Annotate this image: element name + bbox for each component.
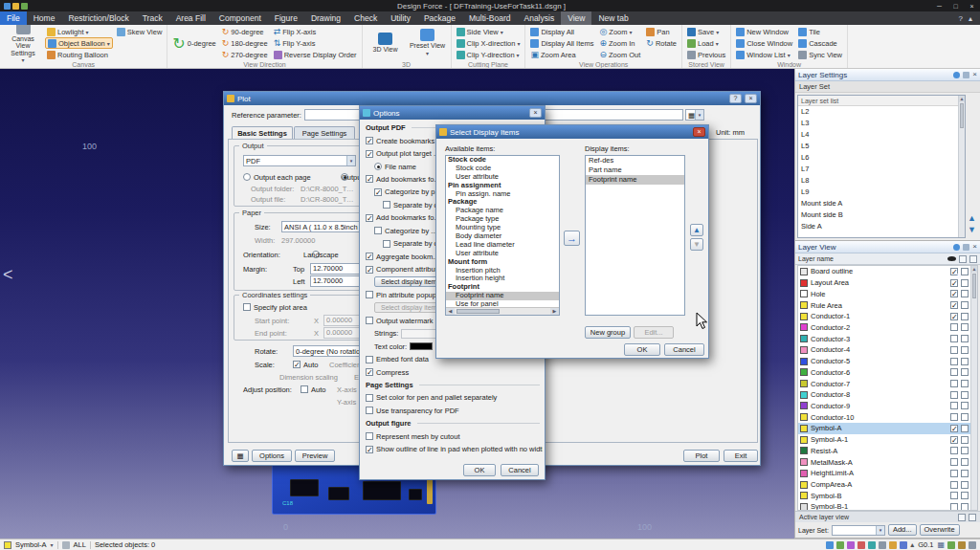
layer-set-dropdown[interactable]: ▾ [832, 525, 885, 536]
layer-set-item-l8[interactable]: L8 [798, 175, 958, 187]
available-item-footprint-name[interactable]: Footprint name [446, 292, 559, 300]
layer-display-checkbox[interactable] [950, 380, 958, 387]
layer-set-item-l6[interactable]: L6 [798, 152, 958, 164]
sdi-cancel-button[interactable]: Cancel [664, 343, 704, 356]
layer-detail-checkbox[interactable] [961, 391, 969, 399]
selection-scope[interactable]: ALL [74, 540, 86, 549]
menu-tab-utility[interactable]: Utility [384, 11, 417, 25]
specify-plot-area-checkbox[interactable] [243, 303, 251, 311]
ribbon-button-skew-view[interactable]: Skew View [115, 26, 165, 37]
layer-row-metalmask-a[interactable]: MetalMask-A [798, 456, 970, 468]
layer-display-checkbox[interactable] [950, 391, 958, 399]
panel-pin-icon[interactable] [963, 244, 969, 251]
tab-basic-settings[interactable]: Basic Settings [232, 126, 293, 139]
layer-detail-checkbox[interactable] [961, 413, 969, 421]
available-item-body-diameter[interactable]: Body diameter [446, 232, 559, 241]
checkbox-create-bookmarks[interactable]: ✓ [366, 137, 373, 144]
available-item-pin-assignment[interactable]: Pin assignment [446, 182, 559, 190]
layer-set-item-mount-side-b[interactable]: Mount side B [798, 209, 958, 221]
available-item-insertion-pitch[interactable]: Insertion pitch [446, 267, 559, 275]
ribbon-button-zoom[interactable]: ◎Zoom▾ [597, 26, 642, 37]
layer-detail-checkbox[interactable] [961, 358, 969, 365]
layer-row-conductor-2[interactable]: Conductor-2 [798, 322, 970, 334]
layer-set-list[interactable]: Layer set list L2L3L4L5L6L7L8L9Mount sid… [797, 95, 966, 238]
pick-filter-icon[interactable] [836, 541, 844, 549]
menu-tab-figure[interactable]: Figure [268, 11, 304, 25]
margin-top-input[interactable]: 12.70000 [310, 263, 360, 275]
ribbon-button-side-view[interactable]: Side View▾ [455, 26, 523, 37]
menu-tab-home[interactable]: Home [27, 11, 62, 25]
ribbon-button-zoom-area[interactable]: ▣Zoom Area [528, 49, 595, 60]
options-close-button[interactable]: × [529, 108, 542, 118]
available-item-lead-line-diameter[interactable]: Lead line diameter [446, 241, 559, 250]
output-format-select[interactable]: PDF▾ [243, 155, 356, 166]
plot-button[interactable]: Plot [683, 450, 720, 462]
layer-display-checkbox[interactable] [950, 470, 958, 477]
layer-detail-checkbox[interactable] [961, 447, 969, 454]
layer-detail-checkbox[interactable] [961, 323, 969, 331]
ribbon-button-new-window[interactable]: New Window [734, 26, 794, 37]
layer-detail-checkbox[interactable] [961, 458, 969, 466]
layer-display-checkbox[interactable]: ✓ [950, 425, 958, 432]
available-item-pin-assign-name[interactable]: Pin assign. name [446, 190, 559, 199]
maximize-button[interactable]: □ [947, 3, 964, 10]
layer-row-conductor-8[interactable]: Conductor-8 [798, 389, 970, 401]
layer-set-item-mount-side-a[interactable]: Mount side A [798, 198, 958, 209]
layer-display-checkbox[interactable] [950, 323, 958, 331]
ribbon-button-90-degree[interactable]: ↻90-degree [220, 26, 270, 37]
layer-display-checkbox[interactable]: ✓ [950, 301, 958, 309]
menu-tab-new-tab[interactable]: New tab [591, 11, 635, 25]
layer-row-conductor-1[interactable]: Conductor-1✓ [798, 311, 970, 322]
available-item-package-name[interactable]: Package name [446, 207, 559, 215]
scroll-thumb[interactable] [457, 309, 500, 314]
panel-collapse-arrow[interactable]: > [955, 270, 962, 283]
layer-detail-checkbox[interactable] [961, 279, 969, 287]
menu-tab-component[interactable]: Component [212, 11, 268, 25]
scroll-left-icon[interactable]: ◀ [446, 308, 455, 315]
ortho-icon[interactable] [958, 541, 966, 549]
settings-icon[interactable] [969, 514, 976, 521]
ribbon-button-lowlight[interactable]: Lowlight▾ [45, 26, 113, 37]
layer-row-board-outline[interactable]: Board outline✓ [798, 266, 970, 277]
ribbon-button-object-balloon[interactable]: Object Balloon▾ [45, 37, 113, 49]
ribbon-button-clip-y-direction[interactable]: Clip Y-direction▾ [455, 49, 523, 60]
ribbon-button-sync-view[interactable]: Sync View [796, 49, 844, 60]
plot-settings-icon-button[interactable]: ▦ [232, 450, 249, 462]
checkbox-represent-mesh-by-cutout[interactable] [366, 432, 373, 440]
ribbon-button-flip-y-axis[interactable]: ⇅Flip Y-axis [272, 37, 359, 49]
layer-display-checkbox[interactable] [950, 368, 958, 376]
ribbon-button-rotate[interactable]: ↻Rotate [644, 37, 679, 49]
layer-row-symbol-b[interactable]: Symbol-B [798, 490, 970, 501]
checkbox-show-outline-of-line-in-pad-when-plotted-with-no-width[interactable]: ✓ [366, 446, 373, 453]
available-item-stock-code[interactable]: Stock code [446, 165, 559, 173]
available-item-user-attribute[interactable]: User attribute [446, 173, 559, 182]
ribbon-button-flip-x-axis[interactable]: ⇄Flip X-axis [272, 26, 359, 37]
layer-set-scrollbar[interactable]: ▲ [958, 96, 965, 237]
options-cancel-button[interactable]: Cancel [501, 464, 539, 476]
layer-set-item-l7[interactable]: L7 [798, 164, 958, 175]
checkbox-separate-by-co[interactable] [383, 201, 390, 209]
minimize-button[interactable]: ─ [931, 3, 947, 10]
menu-tab-check[interactable]: Check [347, 11, 384, 25]
layer-detail-checkbox[interactable] [961, 380, 969, 387]
layer-row-conductor-9[interactable]: Conductor-9 [798, 401, 970, 412]
ribbon-button-pan[interactable]: Pan [644, 26, 679, 37]
ribbon-button-close-window[interactable]: Close Window [734, 37, 794, 49]
ribbon-button-180-degree[interactable]: ↻180-degree [220, 37, 270, 49]
app-icon[interactable] [4, 3, 11, 10]
scroll-up-icon[interactable]: ▲ [971, 266, 977, 273]
layer-display-checkbox[interactable] [950, 458, 958, 466]
layer-row-conductor-7[interactable]: Conductor-7 [798, 378, 970, 389]
layer-dropdown-icon[interactable]: ▾ [51, 541, 54, 548]
layer-set-item-l4[interactable]: L4 [798, 129, 958, 141]
layer-display-checkbox[interactable] [950, 346, 958, 354]
options-dialog-titlebar[interactable]: Options × [360, 106, 545, 120]
radio-output-each-page[interactable] [243, 173, 251, 181]
expand-icon[interactable] [958, 514, 966, 521]
move-item-down-button[interactable]: ▼ [690, 238, 703, 251]
display-item-footprint-name[interactable]: Footprint name [586, 175, 684, 185]
display-item-part-name[interactable]: Part name [586, 165, 684, 175]
ribbon-button-canvas-view-settings[interactable]: Canvas View Settings▾ [3, 26, 43, 60]
menu-tab-track[interactable]: Track [136, 11, 169, 25]
layer-set-item-l3[interactable]: L3 [798, 118, 958, 129]
